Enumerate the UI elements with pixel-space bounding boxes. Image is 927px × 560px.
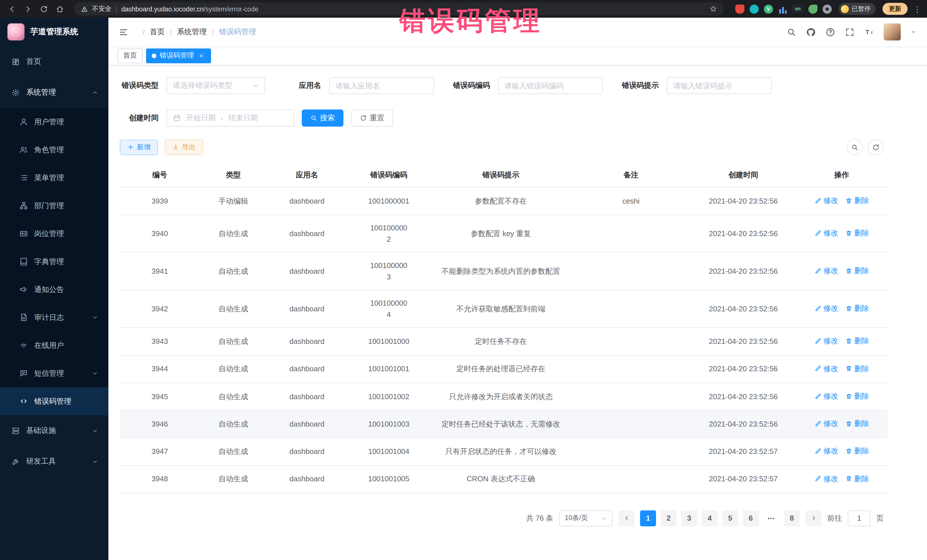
search-button[interactable]: 搜索 bbox=[302, 109, 343, 127]
sidebar-item[interactable]: 系统管理 bbox=[0, 77, 108, 108]
page-button[interactable]: 6 bbox=[743, 510, 759, 527]
delete-link[interactable]: 删除 bbox=[845, 446, 869, 457]
sidebar-item[interactable]: 首页 bbox=[0, 46, 108, 77]
sidebar-item[interactable]: 菜单管理 bbox=[0, 164, 108, 191]
error-code-input[interactable] bbox=[498, 77, 603, 94]
tab[interactable]: 首页 bbox=[117, 48, 143, 63]
extension-icon[interactable] bbox=[808, 4, 818, 14]
edit-link[interactable]: 修改 bbox=[815, 228, 838, 239]
browser-home-button[interactable] bbox=[54, 3, 66, 15]
delete-link[interactable]: 删除 bbox=[845, 195, 869, 206]
sidebar-item[interactable]: 用户管理 bbox=[0, 108, 108, 136]
page-button[interactable]: 4 bbox=[702, 510, 718, 527]
toggle-search-icon[interactable] bbox=[846, 139, 863, 155]
extension-icon[interactable] bbox=[749, 4, 759, 14]
sidebar-item[interactable]: 部门管理 bbox=[0, 191, 108, 220]
edit-link[interactable]: 修改 bbox=[815, 446, 838, 457]
delete-link[interactable]: 删除 bbox=[845, 418, 869, 429]
sidebar-item[interactable]: 角色管理 bbox=[0, 136, 108, 164]
extension-icon[interactable] bbox=[736, 4, 745, 14]
breadcrumb-item[interactable]: / 首页 bbox=[137, 27, 164, 37]
help-icon[interactable] bbox=[825, 27, 835, 37]
edit-link[interactable]: 修改 bbox=[815, 303, 838, 314]
cell-remark bbox=[571, 355, 691, 383]
sidebar-item[interactable]: 通知公告 bbox=[0, 275, 108, 304]
tab[interactable]: 错误码管理 bbox=[146, 48, 211, 63]
delete-icon bbox=[845, 420, 852, 427]
browser-back-button[interactable] bbox=[6, 3, 18, 15]
error-hint-input[interactable] bbox=[667, 77, 772, 94]
export-button[interactable]: 导出 bbox=[165, 140, 203, 155]
next-page-button[interactable] bbox=[805, 510, 821, 527]
goto-page-input[interactable] bbox=[848, 510, 871, 527]
page-button[interactable]: 3 bbox=[681, 510, 697, 527]
sidebar-item[interactable]: 短信管理 bbox=[0, 359, 108, 387]
sidebar-item[interactable]: 错误码管理 bbox=[0, 387, 108, 415]
page-button[interactable]: 8 bbox=[784, 510, 800, 527]
sidebar-item[interactable]: 研发工具 bbox=[0, 446, 108, 477]
delete-link[interactable]: 删除 bbox=[845, 335, 869, 347]
page-button[interactable]: 2 bbox=[661, 510, 676, 527]
sidebar-item[interactable]: 基础设施 bbox=[0, 415, 108, 446]
sidebar-item[interactable]: 在线用户 bbox=[0, 331, 108, 359]
breadcrumb-item[interactable]: / 错误码管理 bbox=[207, 27, 256, 37]
breadcrumb-item[interactable]: / 系统管理 bbox=[164, 27, 207, 37]
edit-link[interactable]: 修改 bbox=[815, 265, 838, 276]
font-size-icon[interactable]: TT bbox=[864, 27, 874, 37]
delete-icon bbox=[845, 365, 852, 372]
cell-code: 1001001001 bbox=[347, 355, 431, 383]
edit-link[interactable]: 修改 bbox=[815, 195, 838, 206]
edit-link[interactable]: 修改 bbox=[815, 473, 838, 484]
date-range-picker[interactable]: 开始日期 - 结束日期 bbox=[167, 109, 294, 127]
delete-link[interactable]: 删除 bbox=[845, 391, 869, 402]
page-button[interactable]: ••• bbox=[763, 510, 779, 527]
page-size-select[interactable]: 10条/页 bbox=[559, 510, 613, 527]
app-title: 芋道管理系统 bbox=[30, 27, 78, 37]
column-header: 应用名 bbox=[267, 163, 347, 187]
edit-link[interactable]: 修改 bbox=[815, 363, 838, 374]
refresh-table-icon[interactable] bbox=[868, 139, 884, 155]
browser-reload-button[interactable] bbox=[38, 3, 50, 15]
extensions-puzzle-icon[interactable] bbox=[823, 4, 832, 14]
cell-app: dashboard bbox=[267, 383, 347, 411]
page-button[interactable]: 1 bbox=[640, 510, 656, 527]
cell-id: 3945 bbox=[120, 383, 200, 411]
cell-type: 自动生成 bbox=[200, 290, 267, 328]
sidebar-toggle-icon[interactable] bbox=[119, 27, 128, 37]
page-button[interactable]: 5 bbox=[722, 510, 738, 527]
bookmark-star-icon[interactable] bbox=[710, 5, 717, 12]
address-bar[interactable]: 不安全 | dashboard.yudao.iocoder.cn/system/… bbox=[74, 2, 724, 15]
app-name-input[interactable] bbox=[329, 77, 434, 94]
browser-update-button[interactable]: 更新 bbox=[883, 3, 907, 15]
prev-page-button[interactable] bbox=[619, 510, 634, 527]
github-icon[interactable] bbox=[806, 27, 816, 37]
browser-menu-icon[interactable]: ⋮ bbox=[913, 4, 921, 14]
user-avatar[interactable] bbox=[884, 23, 901, 41]
sidebar-item[interactable]: 审计日志 bbox=[0, 304, 108, 331]
header-search-icon[interactable] bbox=[787, 27, 796, 37]
sidebar-item[interactable]: 岗位管理 bbox=[0, 220, 108, 247]
edit-link[interactable]: 修改 bbox=[815, 418, 838, 429]
tab-close-icon[interactable] bbox=[198, 52, 205, 59]
error-type-select[interactable]: 请选择错误码类型 bbox=[167, 77, 265, 94]
cell-remark bbox=[571, 253, 691, 290]
fullscreen-icon[interactable] bbox=[845, 27, 854, 37]
extension-badge[interactable]: on bbox=[792, 5, 803, 13]
delete-link[interactable]: 删除 bbox=[845, 363, 869, 374]
badge-icon bbox=[20, 229, 28, 238]
paused-badge[interactable]: 已暂停 bbox=[839, 3, 876, 15]
reset-button[interactable]: 重置 bbox=[351, 109, 393, 127]
delete-link[interactable]: 删除 bbox=[845, 473, 869, 484]
browser-forward-button[interactable] bbox=[22, 3, 34, 15]
edit-link[interactable]: 修改 bbox=[815, 335, 838, 347]
delete-link[interactable]: 删除 bbox=[845, 265, 869, 276]
edit-link[interactable]: 修改 bbox=[815, 391, 838, 402]
delete-link[interactable]: 删除 bbox=[845, 228, 869, 239]
delete-link[interactable]: 删除 bbox=[845, 303, 869, 314]
sidebar-item[interactable]: 字典管理 bbox=[0, 247, 108, 275]
add-button[interactable]: 新增 bbox=[120, 140, 158, 155]
extension-icon[interactable] bbox=[778, 4, 787, 14]
extension-icon[interactable]: V bbox=[764, 4, 773, 14]
caret-down-icon[interactable] bbox=[910, 29, 917, 35]
filter-row: 创建时间 开始日期 - 结束日期 搜索 重置 bbox=[120, 109, 916, 127]
